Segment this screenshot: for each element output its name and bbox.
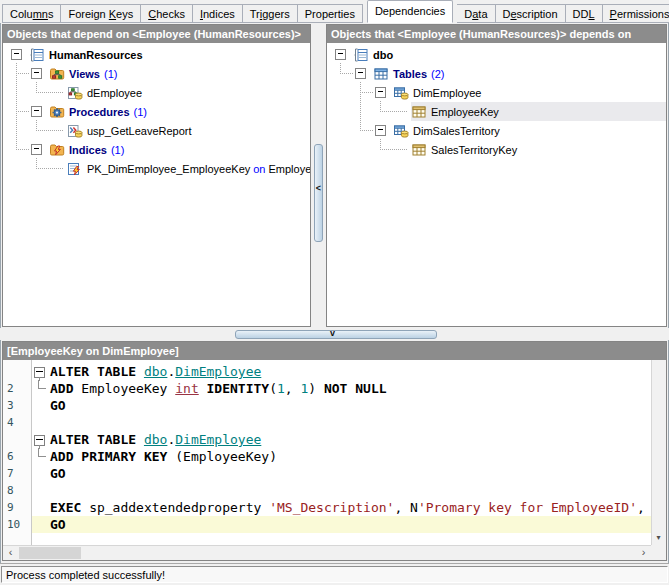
tab-dependencies[interactable]: Dependencies	[367, 0, 453, 23]
code-text: EXEC sp_addextendedproperty 'MS_Descript…	[48, 499, 651, 516]
tree-item-body[interactable]: Tables(2)	[373, 64, 666, 83]
tab-properties[interactable]: Properties	[298, 4, 363, 23]
code-line-3[interactable]: 3GO	[3, 397, 651, 414]
code-text	[48, 482, 651, 499]
code-area[interactable]: ALTER TABLE dbo.DimEmployee2ADD Employee…	[3, 360, 651, 545]
scroll-right-icon[interactable]: ›	[636, 546, 651, 561]
code-line-4[interactable]: 4	[3, 414, 651, 431]
code-line-6[interactable]: 6ADD PRIMARY KEY (EmployeeKey)	[3, 448, 651, 465]
tab-data[interactable]: Data	[457, 4, 495, 23]
schema-icon	[29, 47, 45, 63]
horizontal-scroll-thumb[interactable]	[19, 547, 81, 559]
code-line-5[interactable]: ALTER TABLE dbo.DimEmployee	[3, 431, 651, 448]
fold-bracket	[38, 380, 46, 389]
tree-expander-minus-icon[interactable]	[11, 49, 22, 60]
tree-indent	[327, 73, 355, 74]
scroll-down-icon[interactable]: ▾	[651, 530, 666, 545]
tree-item-tables[interactable]: Tables(2)	[327, 64, 666, 83]
fold-minus-box[interactable]	[34, 367, 45, 378]
tree-item-body[interactable]: usp_GetLeaveReport	[67, 121, 310, 140]
tree-item-employeekey[interactable]: EmployeeKey	[327, 102, 666, 121]
tab-columns[interactable]: Columns	[2, 4, 61, 23]
tree-item-label: Indices	[69, 144, 107, 156]
tree-expander-minus-icon[interactable]	[31, 106, 42, 117]
sql-editor: ALTER TABLE dbo.DimEmployee2ADD Employee…	[3, 360, 666, 560]
tab-bar: ColumnsForeign KeysChecksIndicesTriggers…	[0, 0, 669, 23]
tree-item-body[interactable]: SalesTerritoryKey	[411, 140, 666, 159]
tree-item-usp-getleavereport[interactable]: usp_GetLeaveReport	[3, 121, 310, 140]
code-token: GO	[50, 517, 66, 532]
fold-collapse-icon[interactable]	[32, 363, 48, 380]
fold-collapse-icon[interactable]	[32, 431, 48, 448]
tree-item-procedures[interactable]: Procedures(1)	[3, 102, 310, 121]
tab-triggers[interactable]: Triggers	[243, 4, 298, 23]
tree-item-dbo[interactable]: dbo	[327, 45, 666, 64]
tab-label: ndices	[203, 8, 235, 20]
tree-expander-minus-icon[interactable]	[375, 125, 386, 136]
tree-item-body[interactable]: HumanResources	[29, 45, 310, 64]
index-icon	[67, 161, 83, 177]
scroll-left-icon[interactable]: ‹	[3, 546, 18, 561]
tree-item-body[interactable]: Views(1)	[49, 64, 310, 83]
tree-item-body[interactable]: Indices(1)	[49, 140, 310, 159]
tab-foreign-keys[interactable]: Foreign Keys	[61, 4, 141, 23]
fold-margin	[32, 380, 48, 397]
fold-minus-box[interactable]	[34, 435, 45, 446]
code-line-10[interactable]: 10GO	[3, 516, 651, 533]
tab-label: hecks	[156, 8, 185, 20]
tree-item-body[interactable]: dbo	[353, 45, 666, 64]
code-line-7[interactable]: 7GO	[3, 465, 651, 482]
code-line-2[interactable]: 2ADD EmployeeKey int IDENTITY(1, 1) NOT …	[3, 380, 651, 397]
tab-description[interactable]: Description	[496, 4, 566, 23]
tree-item-body[interactable]: PK_DimEmployee_EmployeeKeyonEmployee	[67, 159, 310, 178]
tree-item-count: (1)	[104, 68, 117, 80]
line-number: 10	[3, 516, 32, 533]
tree-item-body[interactable]: DimSalesTerritory	[393, 121, 666, 140]
tree-item-humanresources[interactable]: HumanResources	[3, 45, 310, 64]
tree-indent	[3, 111, 31, 112]
tree-item-dimemployee[interactable]: DimEmployee	[327, 83, 666, 102]
code-token	[199, 381, 207, 396]
tree-item-label: Procedures	[69, 106, 130, 118]
tree-item-body[interactable]: Procedures(1)	[49, 102, 310, 121]
tree-item-body[interactable]: dEmployee	[67, 83, 310, 102]
vertical-scrollbar[interactable]: ▾	[651, 360, 666, 545]
tree-item-indices[interactable]: Indices(1)	[3, 140, 310, 159]
collapse-down-icon[interactable]: v	[330, 328, 335, 339]
collapse-left-icon[interactable]: <	[314, 184, 323, 193]
scrollbar-corner	[651, 545, 666, 560]
fold-margin	[32, 482, 48, 499]
tree-item-views[interactable]: Views(1)	[3, 64, 310, 83]
tree-item-pk-dimemployee-employeekey[interactable]: PK_DimEmployee_EmployeeKeyonEmployee	[3, 159, 310, 178]
code-token: 1	[277, 381, 285, 396]
code-line-1[interactable]: ALTER TABLE dbo.DimEmployee	[3, 363, 651, 380]
horizontal-splitter-handle[interactable]	[235, 330, 437, 339]
tree-item-label: DimEmployee	[413, 87, 481, 99]
code-line-8[interactable]: 8	[3, 482, 651, 499]
tree-expander-minus-icon[interactable]	[335, 49, 346, 60]
horizontal-scrollbar[interactable]: ‹ ›	[3, 545, 651, 560]
tree-expander-minus-icon[interactable]	[375, 87, 386, 98]
tree-item-label: SalesTerritoryKey	[431, 144, 517, 156]
tree-item-dimsalesterritory[interactable]: DimSalesTerritory	[327, 121, 666, 140]
column-icon	[411, 104, 427, 120]
tree-item-body[interactable]: DimEmployee	[393, 83, 666, 102]
tree-indent	[3, 130, 51, 131]
tab-checks[interactable]: Checks	[141, 4, 193, 23]
vertical-splitter[interactable]: <	[311, 24, 326, 327]
tree-expander-minus-icon[interactable]	[31, 68, 42, 79]
vertical-splitter-handle[interactable]	[314, 144, 323, 242]
tab-label: K	[109, 8, 116, 20]
tree-item-salesterritorykey[interactable]: SalesTerritoryKey	[327, 140, 666, 159]
tree-expander-minus-icon[interactable]	[355, 68, 366, 79]
tab-ddl[interactable]: DDL	[566, 4, 603, 23]
horizontal-splitter[interactable]: v	[0, 328, 669, 340]
dependencies-view: { "tabs": [ {"pre":"Colu","key":"mn","po…	[0, 0, 669, 585]
tree-item-demployee[interactable]: dEmployee	[3, 83, 310, 102]
tab-permissions[interactable]: Permissions	[603, 4, 669, 23]
code-text: GO	[48, 397, 651, 414]
tab-indices[interactable]: Indices	[193, 4, 243, 23]
tree-item-body[interactable]: EmployeeKey	[411, 102, 666, 121]
code-line-9[interactable]: 9EXEC sp_addextendedproperty 'MS_Descrip…	[3, 499, 651, 516]
tree-expander-minus-icon[interactable]	[31, 144, 42, 155]
